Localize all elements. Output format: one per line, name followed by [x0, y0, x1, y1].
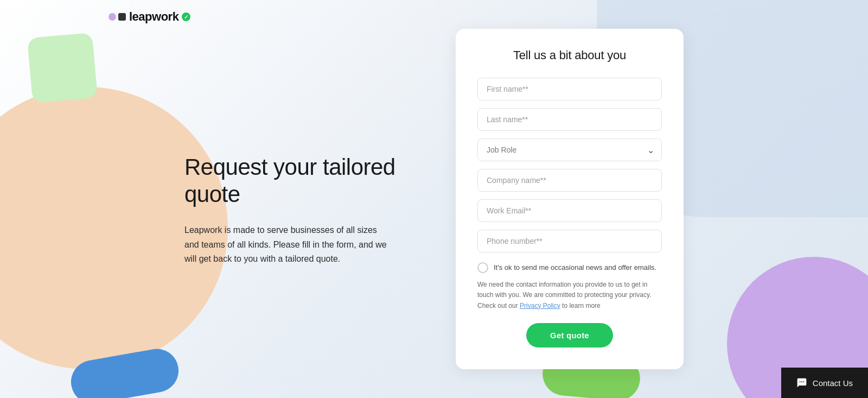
newsletter-checkbox[interactable]	[477, 262, 488, 273]
contact-us-button[interactable]: Contact Us	[781, 368, 868, 398]
privacy-text-after: to learn more	[560, 302, 601, 309]
svg-point-2	[803, 381, 804, 382]
job-role-group: Job Role Engineer Manager Director VP C-…	[477, 138, 662, 161]
privacy-policy-link[interactable]: Privacy Policy	[520, 302, 560, 309]
logo-icons	[108, 13, 126, 21]
chat-icon	[796, 377, 807, 388]
work-email-input[interactable]	[477, 199, 662, 222]
phone-input[interactable]	[477, 230, 662, 252]
form-title: Tell us a bit about you	[477, 48, 662, 62]
svg-point-1	[801, 381, 802, 382]
svg-point-0	[799, 381, 800, 382]
newsletter-label: It's ok to send me occasional news and o…	[494, 263, 656, 273]
get-quote-button[interactable]: Get quote	[526, 323, 613, 348]
last-name-input[interactable]	[477, 108, 662, 131]
left-section: Request your tailored quote Leapwork is …	[184, 132, 412, 267]
form-card: Tell us a bit about you Job Role Enginee…	[456, 29, 684, 369]
work-email-group	[477, 199, 662, 222]
logo-text: leapwork	[129, 10, 178, 24]
logo-check-icon: ✓	[182, 12, 190, 21]
logo-square-icon	[118, 13, 126, 21]
company-name-group	[477, 169, 662, 192]
company-name-input[interactable]	[477, 169, 662, 192]
main-content: Request your tailored quote Leapwork is …	[0, 0, 868, 398]
logo-circle-icon	[108, 13, 116, 21]
phone-group	[477, 230, 662, 252]
main-description: Leapwork is made to serve businesses of …	[184, 223, 391, 266]
privacy-text: We need the contact information you prov…	[477, 280, 662, 311]
first-name-input[interactable]	[477, 78, 662, 100]
last-name-group	[477, 108, 662, 131]
header: leapwork ✓	[108, 10, 190, 24]
job-role-select[interactable]: Job Role Engineer Manager Director VP C-…	[477, 138, 662, 161]
first-name-group	[477, 78, 662, 100]
main-heading: Request your tailored quote	[184, 154, 412, 209]
newsletter-checkbox-row: It's ok to send me occasional news and o…	[477, 262, 662, 273]
contact-us-label: Contact Us	[813, 378, 853, 388]
